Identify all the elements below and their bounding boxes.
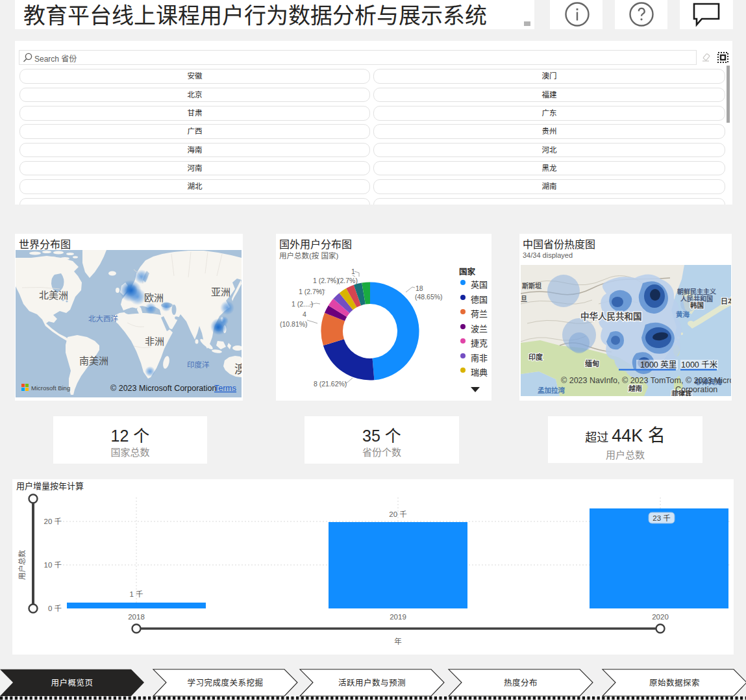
- svg-text:斯斯坦: 斯斯坦: [522, 282, 541, 290]
- svg-text:中华人民共和国: 中华人民共和国: [580, 311, 642, 321]
- svg-text:1 (2....): 1 (2....): [292, 300, 313, 308]
- svg-text:缅甸: 缅甸: [585, 359, 599, 368]
- svg-text:1000 千米: 1000 千米: [681, 360, 718, 369]
- svg-text:日本: 日本: [721, 297, 731, 305]
- svg-text:用户概览页: 用户概览页: [51, 678, 93, 688]
- svg-text:欧洲: 欧洲: [144, 292, 164, 303]
- svg-text:(2.7%): (2.7%): [338, 277, 358, 284]
- svg-text:2019: 2019: [390, 613, 406, 621]
- svg-text:20 千: 20 千: [389, 510, 407, 518]
- svg-text:热度分布: 热度分布: [504, 678, 538, 688]
- svg-text:用户总数: 用户总数: [18, 550, 26, 580]
- svg-text:20 千: 20 千: [44, 518, 62, 525]
- svg-text:Microsoft Bing: Microsoft Bing: [31, 384, 70, 392]
- svg-text:1 (2.7%): 1 (2.7%): [299, 288, 325, 295]
- svg-text:© 2023 NavInfo, © 2023 TomTom,: © 2023 NavInfo, © 2023 TomTom, © 2023 Mi…: [561, 376, 731, 385]
- svg-text:10 千: 10 千: [44, 561, 62, 569]
- svg-text:原始数据探索: 原始数据探索: [649, 678, 700, 688]
- svg-text:北大西洋: 北大西洋: [88, 314, 118, 323]
- svg-text:18: 18: [416, 284, 423, 292]
- svg-text:活跃用户数与预测: 活跃用户数与预测: [338, 678, 406, 688]
- svg-text:亚洲: 亚洲: [211, 286, 230, 297]
- svg-text:1: 1: [351, 268, 355, 275]
- svg-text:印度洋: 印度洋: [187, 360, 210, 369]
- svg-text:越南: 越南: [628, 384, 642, 392]
- svg-text:黄海: 黄海: [676, 310, 690, 318]
- svg-text:(10.81%): (10.81%): [280, 320, 308, 328]
- svg-text:旦: 旦: [521, 295, 527, 303]
- svg-text:1 千: 1 千: [129, 590, 143, 598]
- svg-text:Corporation: Corporation: [675, 385, 717, 394]
- svg-text:8 (21.62%): 8 (21.62%): [314, 380, 347, 388]
- svg-text:© 2023 Microsoft Corporation: © 2023 Microsoft Corporation: [110, 384, 217, 393]
- svg-text:0 千: 0 千: [48, 605, 62, 612]
- svg-text:非洲: 非洲: [145, 336, 164, 347]
- svg-text:(48.65%): (48.65%): [415, 293, 443, 301]
- svg-text:2020: 2020: [652, 613, 669, 621]
- svg-text:23 千: 23 千: [653, 514, 671, 522]
- svg-text:印度: 印度: [528, 353, 543, 361]
- svg-text:4: 4: [303, 310, 306, 318]
- svg-text:2018: 2018: [128, 613, 145, 621]
- svg-text:1000 英里: 1000 英里: [640, 360, 677, 369]
- svg-text:韩国: 韩国: [690, 301, 704, 309]
- svg-text:孟加拉湾: 孟加拉湾: [538, 386, 565, 394]
- svg-text:澳: 澳: [234, 363, 242, 376]
- svg-text:Terms: Terms: [214, 384, 236, 393]
- svg-text:1 (2.7%): 1 (2.7%): [313, 277, 339, 284]
- svg-text:学习完成度关系挖掘: 学习完成度关系挖掘: [187, 678, 263, 688]
- svg-text:朝鲜民主主义: 朝鲜民主主义: [677, 288, 717, 295]
- svg-text:北美洲: 北美洲: [39, 290, 68, 301]
- svg-text:年: 年: [394, 637, 402, 645]
- svg-text:南美洲: 南美洲: [79, 355, 108, 366]
